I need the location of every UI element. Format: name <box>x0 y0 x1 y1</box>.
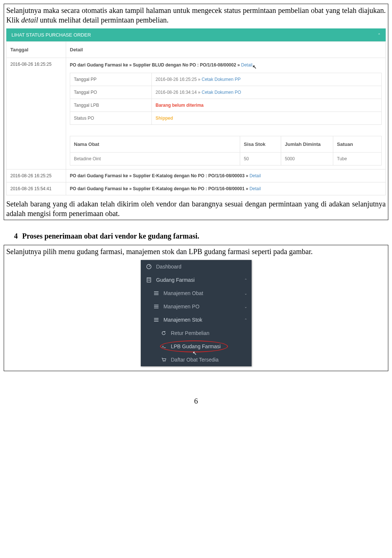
svg-point-18 <box>164 361 165 362</box>
instruction-block-1: Selanjutnya maka secara otomatis akan ta… <box>4 4 388 220</box>
svg-line-1 <box>149 266 150 267</box>
col-detail: Detail <box>66 42 386 58</box>
status-table: Tanggal Detail 2016-08-26 16:25:25 PO da… <box>6 41 386 195</box>
menu-gudang[interactable]: Gudang Farmasi ⌃ <box>141 273 252 287</box>
tanggal-po-value: 2016-08-26 16:34:14 » <box>156 90 202 95</box>
detail-link[interactable]: Detail <box>249 186 261 191</box>
status-shipped: Shipped <box>156 116 173 121</box>
value-status-po: Shipped <box>152 112 382 125</box>
drug-qty: 5000 <box>281 153 333 165</box>
not-received-text: Barang belum diterima <box>156 103 204 108</box>
drug-col-unit: Satuan <box>333 136 382 153</box>
after-panel-paragraph: Setelah barang yang di adakan telah diki… <box>6 199 386 218</box>
row-detail-cell: PO dari Gudang Farmasi ke » Supplier E-K… <box>66 170 386 182</box>
menu-dashboard[interactable]: Dashboard <box>141 260 252 273</box>
row-detail-cell: PO dari Gudang Farmasi ke » Supplier BLU… <box>66 58 386 170</box>
chevron-down-icon: ⌄ <box>244 305 247 309</box>
detail-link[interactable]: Detail <box>249 173 261 178</box>
menu-lpb-label: LPB Gudang Farmasi <box>171 343 221 349</box>
table-row: 2016-08-26 16:25:25 PO dari Gudang Farma… <box>7 170 386 182</box>
list-icon <box>153 304 159 309</box>
svg-text:A: A <box>161 345 164 349</box>
chevron-down-icon: ⌄ <box>244 291 247 295</box>
row-date: 2016-08-26 16:25:25 <box>7 58 66 170</box>
svg-point-17 <box>163 361 164 362</box>
list-icon <box>153 317 159 323</box>
po-inner-table: Tanggal PP 2016-08-26 16:25:25 » Cetak D… <box>70 73 382 125</box>
menu-manajemen-obat[interactable]: Manajemen Obat ⌄ <box>141 287 252 300</box>
panel-body: Tanggal Detail 2016-08-26 16:25:25 PO da… <box>6 41 386 195</box>
table-row: 2016-08-26 16:25:25 PO dari Gudang Farma… <box>7 58 386 170</box>
chevron-up-icon: ⌃ <box>244 278 247 282</box>
intro-text-2: untuk melihat detail permintaan pembelia… <box>38 16 168 24</box>
value-tanggal-po: 2016-08-26 16:34:14 » Cetak Dokumen PO <box>152 86 382 99</box>
second-block-text: Selanjutnya pilih menu gudang farmasi, m… <box>6 247 386 256</box>
chevron-up-icon[interactable]: ⌃ <box>378 33 381 37</box>
svg-rect-3 <box>148 278 149 279</box>
po-title: PO dari Gudang Farmasi ke » Supplier BLU… <box>70 62 382 68</box>
cart-icon <box>161 357 167 363</box>
sidebar-menu: Dashboard Gudang Farmasi ⌃ Manajemen Oba… <box>141 260 252 366</box>
col-date: Tanggal <box>7 42 66 58</box>
menu-gudang-label: Gudang Farmasi <box>156 277 195 283</box>
label-tanggal-lpb: Tanggal LPB <box>70 99 152 112</box>
value-tanggal-lpb: Barang belum diterima <box>152 99 382 112</box>
label-status-po: Status PO <box>70 112 152 125</box>
section-title: Proses penerimaan obat dari vendor ke gu… <box>22 232 199 240</box>
building-icon <box>146 277 152 283</box>
panel-header[interactable]: LIHAT STATUS PURCHASE ORDER ⌃ <box>6 28 386 41</box>
svg-rect-4 <box>149 278 150 279</box>
page-number: 6 <box>4 397 388 405</box>
drug-col-name: Nama Obat <box>70 136 240 153</box>
value-tanggal-pp: 2016-08-26 16:25:25 » Cetak Dokumen PP <box>152 73 382 86</box>
menu-manajemen-stok[interactable]: Manajemen Stok ⌃ <box>141 313 252 326</box>
po-title: PO dari Gudang Farmasi ke » Supplier E-K… <box>70 173 382 178</box>
svg-rect-2 <box>147 278 151 282</box>
chevron-up-icon: ⌃ <box>244 318 247 322</box>
cetak-po-link[interactable]: Cetak Dokumen PO <box>202 90 241 95</box>
po-title-text: PO dari Gudang Farmasi ke » Supplier BLU… <box>70 62 241 68</box>
drug-row: Betadine Oint 50 5000 Tube <box>70 153 382 165</box>
menu-retur[interactable]: Retur Pembelian <box>141 326 252 340</box>
refresh-icon <box>161 330 167 336</box>
menu-daftar-label: Daftar Obat Tersedia <box>171 357 219 363</box>
intro-paragraph: Selanjutnya maka secara otomatis akan ta… <box>6 6 386 25</box>
drug-stock: 50 <box>240 153 281 165</box>
instruction-block-2: Selanjutnya pilih menu gudang farmasi, m… <box>4 245 388 371</box>
drug-name: Betadine Oint <box>70 153 240 165</box>
label-tanggal-po: Tanggal PO <box>70 86 152 99</box>
status-po-panel: LIHAT STATUS PURCHASE ORDER ⌃ Tanggal De… <box>4 26 388 198</box>
section-number: 4 <box>14 232 18 240</box>
drug-col-qty: Jumlah Diminta <box>281 136 333 153</box>
font-icon: A <box>161 343 167 349</box>
menu-daftar[interactable]: Daftar Obat Tersedia <box>141 353 252 366</box>
menu-stok-label: Manajemen Stok <box>164 317 202 323</box>
cursor-icon: ↖ <box>252 64 257 70</box>
po-title-text: PO dari Gudang Farmasi ke » Supplier E-K… <box>70 173 249 178</box>
label-tanggal-pp: Tanggal PP <box>70 73 152 86</box>
svg-rect-6 <box>149 280 150 281</box>
section-heading: 4Proses penerimaan obat dari vendor ke g… <box>14 232 388 240</box>
menu-po-label: Manajemen PO <box>164 304 200 309</box>
menu-retur-label: Retur Pembelian <box>171 330 209 336</box>
menu-manajemen-po[interactable]: Manajemen PO ⌄ <box>141 300 252 313</box>
menu-obat-label: Manajemen Obat <box>164 290 203 296</box>
svg-rect-5 <box>148 280 149 281</box>
drug-unit: Tube <box>333 153 382 165</box>
panel-title: LIHAT STATUS PURCHASE ORDER <box>11 32 91 38</box>
detail-link[interactable]: Detail <box>241 62 252 68</box>
menu-dashboard-label: Dashboard <box>156 264 182 270</box>
dashboard-icon <box>146 264 152 270</box>
list-icon <box>153 290 159 296</box>
row-detail-cell: PO dari Gudang Farmasi ke » Supplier E-K… <box>66 182 386 195</box>
intro-detail-word: detail <box>21 16 38 24</box>
sidebar-screenshot: Dashboard Gudang Farmasi ⌃ Manajemen Oba… <box>4 258 388 371</box>
drug-table: Nama Obat Sisa Stok Jumlah Diminta Satua… <box>70 136 382 165</box>
tanggal-pp-value: 2016-08-26 16:25:25 » <box>156 77 202 82</box>
table-row: 2016-08-26 15:54:41 PO dari Gudang Farma… <box>7 182 386 195</box>
po-title-text: PO dari Gudang Farmasi ke » Supplier E-K… <box>70 186 249 191</box>
drug-col-stock: Sisa Stok <box>240 136 281 153</box>
cetak-pp-link[interactable]: Cetak Dokumen PP <box>202 77 241 82</box>
menu-lpb[interactable]: A LPB Gudang Farmasi ↖ <box>141 340 252 353</box>
po-title: PO dari Gudang Farmasi ke » Supplier E-K… <box>70 186 382 191</box>
